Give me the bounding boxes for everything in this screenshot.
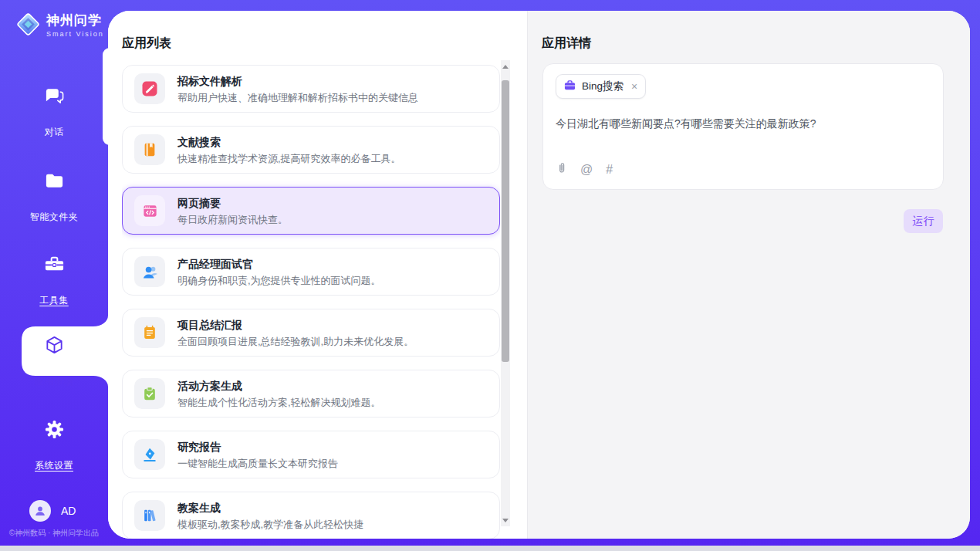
app-card-research-report[interactable]: 研究报告 一键智能生成高质量长文本研究报告	[122, 431, 500, 478]
cube-icon	[0, 335, 108, 356]
app-desc: 帮助用户快速、准确地理解和解析招标书中的关键信息	[177, 93, 418, 103]
main-window: 应用列表 招标文件解析 帮助用户快速、准确地理解和解析招标书中的关键信息	[108, 11, 970, 539]
browser-code-icon	[134, 195, 165, 226]
sidebar-item-toolset[interactable]: 工具集	[0, 254, 108, 307]
book-icon	[134, 134, 165, 165]
sidebar-item-label: 系统设置	[35, 459, 73, 472]
app-desc: 明确身份和职责,为您提供专业性的面试问题。	[177, 276, 381, 286]
sidebar-item-chat[interactable]: 对话	[0, 86, 108, 139]
scrollbar[interactable]	[501, 60, 510, 526]
sidebar-item-label: 智能文件夹	[30, 211, 79, 224]
sidebar: 神州问学 Smart Vision 对话 智能文件夹	[0, 0, 108, 546]
scroll-down-icon[interactable]	[501, 515, 510, 526]
avatar	[29, 500, 51, 522]
app-card-pm-interviewer[interactable]: 产品经理面试官 明确身份和职责,为您提供专业性的面试问题。	[122, 248, 500, 296]
app-title: 教案生成	[177, 502, 363, 513]
close-icon[interactable]: ×	[631, 80, 637, 93]
hashtag-icon[interactable]: #	[606, 164, 613, 176]
note-icon	[134, 317, 165, 348]
sidebar-item-label: 对话	[45, 126, 64, 139]
app-title: 网页摘要	[177, 198, 288, 208]
app-desc: 一键智能生成高质量长文本研究报告	[177, 458, 338, 468]
person-icon	[134, 256, 165, 287]
app-card-web-summary[interactable]: 网页摘要 每日政府新闻资讯快查。	[122, 187, 500, 235]
tool-chip-bing-search[interactable]: Bing搜索 ×	[556, 74, 646, 99]
sidebar-item-label: 工具集	[39, 294, 69, 307]
app-card-lesson-plan[interactable]: 教案生成 模板驱动,教案秒成,教学准备从此轻松快捷	[122, 492, 500, 539]
prompt-card[interactable]: Bing搜索 × 今日湖北有哪些新闻要点?有哪些需要关注的最新政策? @ #	[542, 63, 944, 190]
folder-icon	[0, 171, 108, 191]
report-pen-icon	[134, 439, 165, 470]
tool-chip-label: Bing搜索	[582, 79, 623, 93]
app-title: 招标文件解析	[177, 76, 418, 86]
gear-icon	[0, 419, 108, 440]
app-detail-title: 应用详情	[542, 35, 591, 52]
app-list-panel: 应用列表 招标文件解析 帮助用户快速、准确地理解和解析招标书中的关键信息	[108, 11, 527, 539]
prompt-text[interactable]: 今日湖北有哪些新闻要点?有哪些需要关注的最新政策?	[556, 117, 931, 132]
app-title: 项目总结汇报	[177, 319, 414, 330]
app-desc: 每日政府新闻资讯快查。	[177, 215, 288, 225]
brand-diamond-icon	[15, 12, 41, 40]
scroll-thumb[interactable]	[502, 80, 509, 362]
app-title: 产品经理面试官	[177, 259, 381, 269]
app-title: 文献搜索	[177, 137, 401, 147]
brand-subtitle: Smart Vision	[46, 30, 104, 38]
app-title: 研究报告	[177, 441, 338, 452]
app-detail-panel: 应用详情 Bing搜索 × 今日湖北有哪些新闻要点?有哪些需要关注的最新政策?	[527, 11, 970, 539]
app-card-literature-search[interactable]: 文献搜索 快速精准查找学术资源,提高研究效率的必备工具。	[122, 126, 500, 174]
briefcase-icon	[564, 79, 576, 94]
app-title: 活动方案生成	[177, 380, 381, 391]
page-bottom-strip	[0, 546, 980, 551]
app-desc: 模板驱动,教案秒成,教学准备从此轻松快捷	[177, 519, 363, 529]
run-button[interactable]: 运行	[904, 209, 943, 233]
sidebar-item-app-market[interactable]: 应用市场	[0, 335, 108, 388]
app-desc: 快速精准查找学术资源,提高研究效率的必备工具。	[177, 154, 401, 164]
app-desc: 智能生成个性化活动方案,轻松解决规划难题。	[177, 397, 381, 407]
prompt-toolbar: @ #	[556, 161, 613, 177]
app-card-event-plan[interactable]: 活动方案生成 智能生成个性化活动方案,轻松解决规划难题。	[122, 370, 500, 417]
app-card-bid-parsing[interactable]: 招标文件解析 帮助用户快速、准确地理解和解析招标书中的关键信息	[122, 65, 500, 113]
app-desc: 全面回顾项目进展,总结经验教训,助力未来优化发展。	[177, 336, 414, 346]
edit-square-icon	[134, 73, 165, 104]
attach-icon[interactable]	[556, 161, 567, 177]
user-initials: AD	[61, 505, 76, 517]
mention-icon[interactable]: @	[580, 164, 593, 176]
toolbox-icon	[0, 254, 108, 275]
sidebar-item-smart-folder[interactable]: 智能文件夹	[0, 171, 108, 224]
clipboard-check-icon	[134, 378, 165, 409]
sidebar-item-label: 应用市场	[35, 375, 73, 388]
app-card-list: 招标文件解析 帮助用户快速、准确地理解和解析招标书中的关键信息 文献搜索 快速精…	[122, 65, 500, 539]
chat-icon	[0, 86, 108, 106]
person-icon	[33, 504, 47, 518]
sidebar-item-settings[interactable]: 系统设置	[0, 419, 108, 472]
app-list-title: 应用列表	[122, 35, 171, 52]
footer-credit: ©神州数码 · 神州问学出品	[0, 528, 108, 539]
brand-logo: 神州问学 Smart Vision	[15, 12, 104, 40]
brand-name: 神州问学	[46, 14, 104, 29]
scroll-up-icon[interactable]	[501, 61, 510, 72]
app-card-project-summary[interactable]: 项目总结汇报 全面回顾项目进展,总结经验教训,助力未来优化发展。	[122, 309, 500, 357]
window-edge-bump	[103, 48, 110, 145]
user-account[interactable]: AD	[29, 500, 76, 522]
books-icon	[134, 500, 165, 531]
